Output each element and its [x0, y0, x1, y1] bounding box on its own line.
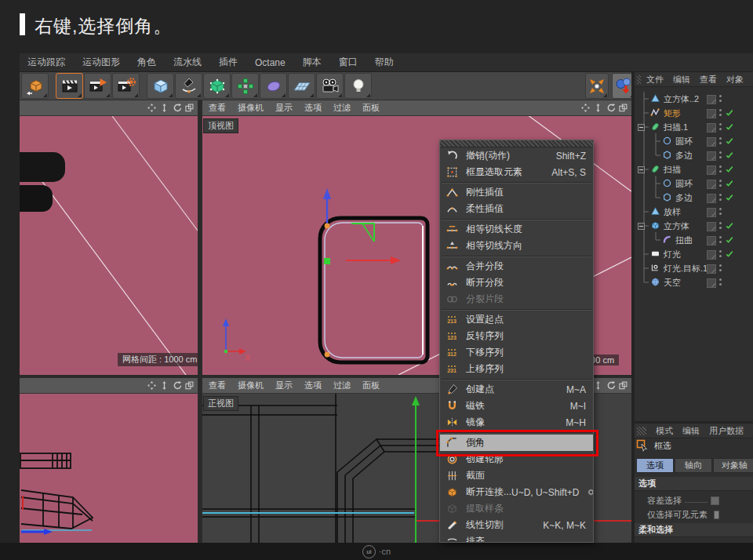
floor-icon[interactable] — [288, 73, 315, 99]
spline-pen-icon[interactable] — [175, 73, 202, 99]
menu-mograph[interactable]: 运动图形 — [82, 56, 120, 69]
model-cube-icon[interactable] — [21, 73, 49, 99]
menu-octane[interactable]: Octane — [255, 57, 286, 68]
menu-item-disconnect[interactable]: 断开连接... U~D, U~Shift+D — [440, 484, 593, 500]
pan-view-icon[interactable] — [147, 104, 156, 112]
visibility-dots[interactable] — [719, 137, 722, 140]
maximize-view-icon[interactable] — [619, 381, 628, 390]
object-row-cube2[interactable]: 立方体..2 — [635, 92, 753, 106]
enabled-check-icon[interactable] — [725, 235, 734, 245]
am-menu-mode[interactable]: 模式 — [656, 425, 673, 437]
layer-swatch[interactable] — [707, 250, 716, 260]
menu-item-undo[interactable]: 撤销(动作) Shift+Z — [440, 147, 593, 164]
menu-item-mirror[interactable]: 镜像 M~H — [440, 414, 593, 431]
enabled-check-icon[interactable] — [725, 165, 734, 174]
object-row-polygon[interactable]: 多边 — [635, 148, 753, 162]
om-menu-edit[interactable]: 编辑 — [673, 74, 690, 85]
menu-script[interactable]: 脚本 — [303, 56, 322, 69]
only-visible-checkbox[interactable] — [714, 511, 719, 519]
viewport-bottomleft-scene[interactable] — [20, 394, 198, 543]
tab-object-axis[interactable]: 对象轴 — [713, 458, 753, 473]
zoom-view-icon[interactable] — [594, 381, 602, 390]
am-menu-edit[interactable]: 编辑 — [682, 425, 700, 437]
visibility-dots[interactable] — [719, 194, 722, 196]
menu-item-equal-tangent-length[interactable]: 相等切线长度 — [440, 221, 593, 238]
layer-swatch[interactable] — [707, 95, 716, 104]
maximize-view-icon[interactable] — [619, 104, 628, 112]
enabled-check-icon[interactable] — [725, 136, 734, 146]
tolerant-selection-checkbox[interactable] — [711, 496, 719, 505]
expand-toggle[interactable] — [638, 166, 645, 173]
menu-item-magnet[interactable]: 磁铁 M~I — [440, 398, 593, 414]
light-icon[interactable] — [344, 73, 372, 99]
expand-toggle[interactable] — [638, 124, 645, 131]
enabled-check-icon[interactable] — [725, 249, 734, 259]
layer-swatch[interactable] — [707, 165, 716, 175]
visibility-dots[interactable] — [719, 278, 722, 281]
mograph-icon[interactable] — [231, 73, 259, 99]
snap-icon[interactable] — [585, 73, 609, 99]
section-options[interactable]: 选项 — [635, 477, 753, 491]
object-row-circle2[interactable]: 圆环 — [635, 176, 753, 191]
menu-item-align[interactable]: 排齐 — [440, 533, 593, 543]
om-menu-file[interactable]: 文件 — [646, 74, 664, 85]
zoom-view-icon[interactable] — [160, 104, 169, 112]
vpmenu-display[interactable]: 显示 — [275, 380, 293, 391]
visibility-dots[interactable] — [719, 165, 722, 168]
enabled-check-icon[interactable] — [725, 122, 734, 132]
enabled-check-icon[interactable] — [725, 179, 734, 188]
primitive-cube-icon[interactable] — [147, 73, 174, 99]
menu-motion-tracker[interactable]: 运动跟踪 — [27, 56, 65, 69]
subdivision-surface-icon[interactable] — [203, 73, 231, 99]
menu-item-move-down-sequence[interactable]: 312 下移序列 — [440, 344, 593, 361]
layer-swatch[interactable] — [707, 264, 716, 274]
menu-item-set-first-point[interactable]: 213 设置起点 — [440, 311, 593, 328]
layer-swatch[interactable] — [707, 236, 716, 245]
om-menu-object[interactable]: 对象 — [726, 74, 744, 85]
motion-clip-arrow-icon[interactable] — [84, 73, 111, 99]
menu-item-cross-section[interactable]: 截面 — [440, 467, 593, 484]
viewport-topleft-scene[interactable] — [20, 116, 198, 375]
visibility-dots[interactable] — [719, 109, 722, 111]
visibility-dots[interactable] — [719, 236, 722, 238]
motion-clip-gear-icon[interactable] — [112, 73, 140, 99]
pan-view-icon[interactable] — [581, 104, 590, 112]
object-row-circle[interactable]: 圆环 — [635, 134, 753, 148]
settings-gear-icon[interactable] — [586, 487, 594, 497]
object-row-light[interactable]: 灯光 — [635, 247, 753, 261]
panel-grip-icon[interactable] — [637, 427, 646, 435]
layer-swatch[interactable] — [707, 151, 716, 161]
object-row-rectangle[interactable]: 矩形 — [635, 106, 753, 120]
visibility-dots[interactable] — [719, 250, 722, 253]
visibility-dots[interactable] — [719, 95, 722, 97]
rotate-view-icon[interactable] — [173, 381, 181, 390]
vpmenu-view[interactable]: 查看 — [209, 380, 226, 391]
rotate-view-icon[interactable] — [606, 104, 615, 112]
object-row-sweep[interactable]: 扫描 — [635, 162, 753, 176]
menu-pipeline[interactable]: 流水线 — [173, 56, 202, 69]
tab-options[interactable]: 选项 — [636, 458, 674, 473]
object-row-light-target[interactable]: 灯光.目标.1 — [635, 261, 753, 275]
object-row-sky[interactable]: 天空 — [635, 275, 753, 289]
vpmenu-options[interactable]: 选项 — [304, 102, 322, 114]
menu-plugins[interactable]: 插件 — [219, 56, 238, 69]
menu-item-frame-selected[interactable]: 框显选取元素 Alt+S, S — [440, 164, 593, 180]
menu-item-reverse-sequence[interactable]: 123 反转序列 — [440, 328, 593, 344]
vpmenu-camera[interactable]: 摄像机 — [238, 380, 264, 391]
object-row-polygon2[interactable]: 多边 — [635, 191, 753, 205]
section-soft-selection[interactable]: 柔和选择 — [635, 523, 753, 537]
rotate-view-icon[interactable] — [606, 381, 615, 390]
zoom-view-icon[interactable] — [160, 381, 169, 390]
vpmenu-panel[interactable]: 面板 — [362, 380, 380, 391]
tab-axis[interactable]: 轴向 — [675, 458, 712, 473]
menu-item-line-cut[interactable]: 线性切割 K~K, M~K — [440, 517, 593, 533]
menu-grip[interactable] — [440, 140, 593, 147]
vpmenu-display[interactable]: 显示 — [275, 102, 293, 114]
menu-item-soft-interpolation[interactable]: 柔性插值 — [440, 201, 593, 217]
am-menu-userdata[interactable]: 用户数据 — [709, 425, 744, 437]
maximize-view-icon[interactable] — [185, 381, 194, 390]
zoom-view-icon[interactable] — [594, 104, 602, 112]
visibility-dots[interactable] — [719, 180, 722, 182]
vpmenu-filter[interactable]: 过滤 — [333, 102, 351, 114]
visibility-dots[interactable] — [719, 123, 722, 125]
